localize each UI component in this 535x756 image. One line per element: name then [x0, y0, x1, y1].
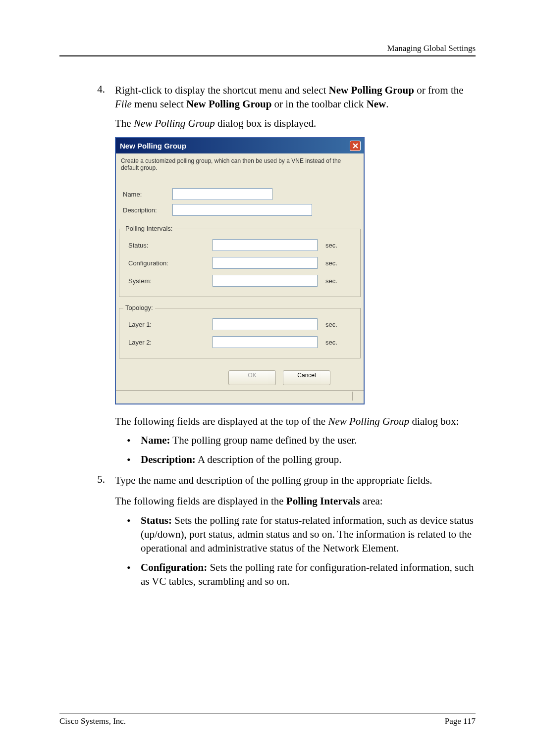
dialog-title: New Polling Group [120, 142, 186, 150]
text: Description: [141, 454, 196, 465]
status-input[interactable] [213, 239, 318, 251]
text: Status: [141, 514, 172, 526]
running-header: Managing Global Settings [59, 44, 476, 56]
step-number: 4. [59, 83, 115, 111]
text: Polling Intervals [286, 495, 360, 507]
unit-label: sec. [325, 277, 337, 285]
name-input[interactable] [172, 188, 272, 200]
description-label: Description: [123, 206, 172, 214]
unit-label: sec. [325, 321, 337, 328]
layer2-label: Layer 2: [126, 339, 213, 346]
text: dialog box: [409, 415, 459, 427]
text: Configuration: [141, 561, 207, 573]
list-item: Description: A description of the pollin… [127, 453, 476, 466]
text: Name: [141, 434, 170, 446]
new-polling-group-dialog: New Polling Group Create a customized po… [115, 137, 365, 404]
configuration-label: Configuration: [126, 259, 213, 267]
text: New Polling Group [134, 117, 215, 129]
dialog-titlebar: New Polling Group [116, 138, 364, 153]
text: Sets the polling rate for status-related… [141, 514, 474, 554]
text: A description of the polling group. [196, 454, 342, 465]
step-body: Right-click to display the shortcut menu… [115, 83, 476, 111]
step-number: 5. [59, 473, 115, 487]
text: or from the [414, 84, 464, 96]
list-item: Configuration: Sets the polling rate for… [127, 560, 476, 589]
configuration-input[interactable] [213, 257, 318, 269]
footer-right: Page 117 [445, 716, 476, 726]
system-label: System: [126, 277, 213, 285]
text: dialog box is displayed. [215, 117, 317, 129]
list-item: Name: The polling group name defined by … [127, 433, 476, 447]
dialog-description: Create a customized polling group, which… [116, 153, 364, 186]
text: The following fields are displayed at th… [115, 415, 328, 427]
unit-label: sec. [325, 259, 337, 267]
text: . [386, 98, 388, 110]
unit-label: sec. [325, 339, 337, 346]
bullet-list: Name: The polling group name defined by … [115, 433, 476, 466]
polling-intervals-legend: Polling Intervals: [123, 225, 174, 232]
paragraph: The New Polling Group dialog box is disp… [115, 116, 476, 130]
topology-fieldset: Topology: Layer 1: sec. Layer 2: sec. [119, 308, 361, 358]
text: The following fields are displayed in th… [115, 495, 286, 507]
description-input[interactable] [172, 204, 312, 216]
resize-grip-icon[interactable] [352, 392, 362, 401]
text: New Polling Group [186, 98, 271, 110]
close-icon[interactable] [350, 141, 361, 151]
page-footer: Cisco Systems, Inc. Page 117 [59, 713, 476, 726]
unit-label: sec. [325, 242, 337, 249]
text: area: [360, 495, 383, 507]
footer-left: Cisco Systems, Inc. [59, 716, 126, 726]
text: menu select [132, 98, 186, 110]
text: The polling group name defined by the us… [170, 434, 357, 446]
system-input[interactable] [213, 275, 318, 287]
step-body: Type the name and description of the pol… [115, 473, 476, 487]
paragraph: The following fields are displayed in th… [115, 494, 476, 508]
cancel-button[interactable]: Cancel [283, 370, 330, 385]
text: New Polling Group [329, 84, 414, 96]
paragraph: The following fields are displayed at th… [115, 414, 476, 428]
text: New [367, 98, 386, 110]
dialog-statusbar [116, 390, 364, 403]
layer2-input[interactable] [213, 336, 318, 348]
polling-intervals-fieldset: Polling Intervals: Status: sec. Configur… [119, 229, 361, 297]
text: Right-click to display the shortcut menu… [115, 84, 329, 96]
ok-button[interactable]: OK [228, 370, 276, 385]
text: or in the toolbar click [271, 98, 366, 110]
bullet-list: Status: Sets the polling rate for status… [115, 513, 476, 589]
name-label: Name: [123, 191, 172, 198]
step-4: 4. Right-click to display the shortcut m… [59, 83, 476, 111]
text: File [115, 98, 132, 110]
layer1-input[interactable] [213, 318, 318, 330]
step-5: 5. Type the name and description of the … [59, 473, 476, 487]
status-label: Status: [126, 242, 213, 249]
text: The [115, 117, 134, 129]
layer1-label: Layer 1: [126, 321, 213, 328]
text: New Polling Group [328, 415, 409, 427]
button-row: OK Cancel [119, 363, 361, 390]
list-item: Status: Sets the polling rate for status… [127, 513, 476, 555]
topology-legend: Topology: [123, 304, 155, 311]
